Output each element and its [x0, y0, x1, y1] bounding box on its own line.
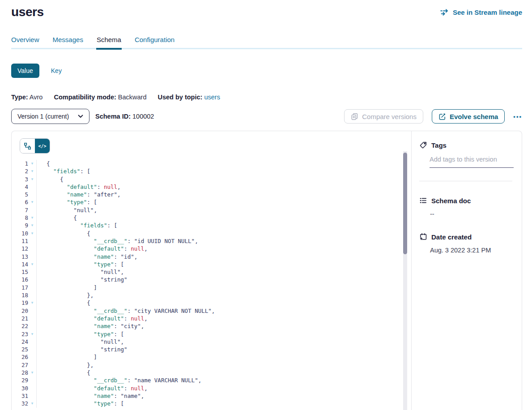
version-select-value: Version 1 (current) [17, 113, 69, 120]
code-line: 13 "name": "id", [12, 253, 411, 261]
value-toggle-button[interactable]: Value [11, 64, 39, 78]
page-title: users [11, 5, 44, 19]
fold-toggle-icon[interactable]: ▾ [28, 261, 36, 268]
fold-spacer [28, 206, 36, 214]
schema-doc-value: -- [430, 210, 514, 218]
fold-spacer [28, 322, 36, 330]
stream-lineage-link[interactable]: See in Stream lineage [440, 9, 522, 16]
line-number: 24 [12, 338, 28, 346]
fold-toggle-icon[interactable]: ▾ [28, 369, 36, 376]
evolve-schema-label: Evolve schema [450, 113, 498, 120]
fold-spacer [28, 346, 36, 353]
fold-toggle-icon[interactable]: ▾ [28, 222, 36, 229]
fold-toggle-icon[interactable]: ▾ [28, 230, 36, 237]
schema-detail-panel: </> 1▾{2▾ "fields": [3▾ {4 "default": nu… [11, 131, 522, 410]
editor-scrollbar-thumb[interactable] [403, 153, 407, 254]
code-text: "name": "city", [36, 322, 144, 330]
calendar-icon [419, 233, 427, 241]
code-line: 16 "string" [12, 276, 411, 283]
code-text: { [36, 230, 90, 237]
line-number: 29 [12, 376, 28, 384]
code-text: ] [36, 353, 97, 361]
fold-toggle-icon[interactable]: ▾ [28, 214, 36, 222]
code-line: 31 "name": "name", [12, 392, 411, 400]
fold-spacer [28, 361, 36, 369]
fold-toggle-icon[interactable]: ▾ [28, 330, 36, 338]
line-number: 1 [12, 160, 28, 167]
code-line: 18 }, [12, 291, 411, 299]
version-sidebar: Tags Schema doc -- [412, 131, 522, 410]
code-line: 28▾ { [12, 369, 411, 376]
type-value: Avro [30, 94, 43, 101]
more-actions-button[interactable]: ••• [513, 111, 522, 122]
fold-toggle-icon[interactable]: ▾ [28, 299, 36, 307]
add-tags-input[interactable] [430, 156, 514, 168]
type-label: Type: [11, 94, 28, 101]
code-view-icon: </> [38, 144, 46, 149]
topic-link[interactable]: users [204, 94, 220, 101]
line-number: 20 [12, 307, 28, 315]
compare-versions-button[interactable]: Compare versions [344, 109, 423, 124]
tab-configuration[interactable]: Configuration [135, 36, 174, 43]
date-created-value: Aug. 3 2022 3:21 PM [430, 247, 514, 254]
code-text: "fields": [ [36, 222, 117, 229]
date-created-section: Date created Aug. 3 2022 3:21 PM [419, 233, 514, 254]
code-line: 21 "default": null, [12, 315, 411, 322]
sidebar-divider [419, 181, 512, 181]
code-text: "type": [ [36, 330, 124, 338]
code-text: "null", [36, 338, 124, 346]
code-line: 6▾ "type": [ [12, 198, 411, 206]
line-number: 30 [12, 384, 28, 392]
code-line: 4 "default": null, [12, 183, 411, 191]
version-select[interactable]: Version 1 (current) [11, 109, 89, 124]
version-toolbar-right: Compare versions Evolve schema ••• [344, 109, 522, 124]
fold-toggle-icon[interactable]: ▾ [28, 167, 36, 175]
code-line: 1▾{ [12, 160, 411, 167]
schema-code-editor: </> 1▾{2▾ "fields": [3▾ {4 "default": nu… [12, 131, 412, 410]
fold-spacer [28, 268, 36, 276]
code-line: 11 "__crdb__": "id UUID NOT NULL", [12, 237, 411, 245]
fold-spacer [28, 353, 36, 361]
code-text: "__crdb__": "city VARCHAR NOT NULL", [36, 307, 215, 315]
code-text: "type": [ [36, 400, 124, 407]
code-text: }, [36, 291, 94, 299]
schema-doc-title: Schema doc [431, 197, 471, 205]
code-text: "type": [ [36, 198, 97, 206]
compatibility-label: Compatibility mode: [54, 94, 116, 101]
tab-schema[interactable]: Schema [97, 36, 121, 43]
key-toggle-button[interactable]: Key [51, 67, 62, 74]
code-view-button[interactable]: </> [35, 139, 50, 153]
fold-toggle-icon[interactable]: ▾ [28, 400, 36, 407]
fold-spacer [28, 284, 36, 291]
editor-scrollbar-track[interactable] [403, 151, 407, 410]
schema-page: users See in Stream lineage Overview Mes… [0, 0, 532, 410]
code-text: "default": null, [36, 245, 148, 252]
code-text: "string" [36, 276, 128, 283]
compare-versions-icon [351, 113, 358, 120]
tree-view-button[interactable] [20, 139, 35, 153]
line-number: 14 [12, 261, 28, 268]
fold-spacer [28, 392, 36, 400]
stream-lineage-icon [440, 9, 449, 16]
code-line: 15 "null", [12, 268, 411, 276]
line-number: 27 [12, 361, 28, 369]
line-number: 18 [12, 291, 28, 299]
fold-toggle-icon[interactable]: ▾ [28, 198, 36, 206]
fold-toggle-icon[interactable]: ▾ [28, 160, 36, 167]
tab-messages[interactable]: Messages [53, 36, 83, 43]
fold-toggle-icon[interactable]: ▾ [28, 175, 36, 183]
fold-spacer [28, 276, 36, 283]
code-line: 23▾ "type": [ [12, 330, 411, 338]
tab-overview[interactable]: Overview [11, 36, 39, 43]
date-created-title: Date created [431, 233, 472, 241]
doc-list-icon [419, 196, 427, 205]
line-number: 3 [12, 175, 28, 183]
code-line: 2▾ "fields": [ [12, 167, 411, 175]
code-text: { [36, 299, 90, 307]
evolve-schema-button[interactable]: Evolve schema [432, 109, 505, 124]
compare-versions-label: Compare versions [362, 113, 417, 120]
fold-spacer [28, 245, 36, 252]
line-number: 5 [12, 191, 28, 198]
code-text: "name": "after", [36, 191, 121, 198]
fold-spacer [28, 237, 36, 245]
